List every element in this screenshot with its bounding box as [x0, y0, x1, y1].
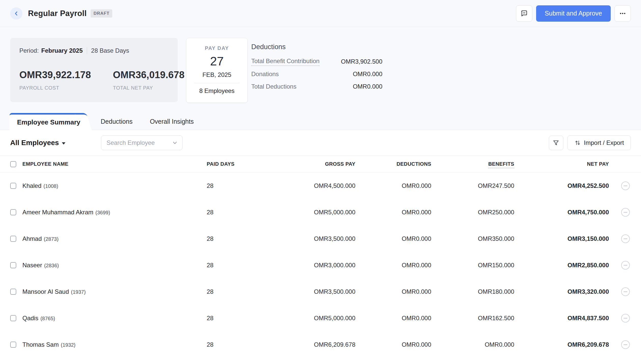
benefits-cell: OMR350.000 [431, 235, 514, 242]
paid-days-cell: 28 [207, 262, 255, 269]
benefits-cell: OMR0.000 [431, 341, 514, 348]
net-pay-cell: OMR4,750.000 [514, 209, 609, 216]
all-employees-label: All Employees [10, 139, 59, 147]
filter-button[interactable] [549, 136, 563, 150]
employee-name[interactable]: Ahmad(2873) [22, 235, 207, 242]
import-export-label: Import / Export [584, 139, 624, 146]
employee-id: (2873) [44, 236, 59, 242]
ellipsis-icon [623, 184, 628, 188]
total-net-pay-label: TOTAL NET PAY [113, 85, 184, 91]
net-pay-cell: OMR4,252.500 [514, 182, 609, 189]
base-days: 28 Base Days [91, 47, 129, 54]
deduction-row: Total Deductions OMR0.000 [251, 83, 382, 90]
employee-name[interactable]: Qadis(8765) [22, 315, 207, 322]
import-export-arrows-icon [574, 139, 581, 146]
row-checkbox[interactable] [10, 289, 16, 295]
ellipsis-icon [623, 263, 628, 268]
period-label: Period: [19, 47, 39, 54]
row-checkbox[interactable] [10, 209, 16, 215]
employee-name-text: Ahmad [22, 235, 42, 242]
tab-deductions[interactable]: Deductions [92, 113, 141, 130]
tab-overall-insights[interactable]: Overall Insights [141, 113, 202, 130]
total-benefit-contribution-value: OMR3,902.500 [341, 58, 382, 65]
period-value: February 2025 [41, 47, 83, 54]
divider [194, 83, 240, 83]
tab-employee-summary[interactable]: Employee Summary [9, 113, 83, 130]
funnel-icon [553, 139, 559, 146]
row-checkbox[interactable] [10, 342, 16, 348]
period-line: Period: February 2025 28 Base Days [19, 47, 169, 54]
ellipsis-icon [623, 342, 628, 347]
employee-name-text: Mansoor Al Saud [22, 288, 69, 295]
column-header-benefits[interactable]: BENEFITS [431, 161, 514, 167]
employee-id: (1937) [71, 289, 86, 295]
divider [87, 47, 87, 54]
search-employee-placeholder: Search Employee [106, 139, 155, 146]
payday-month-year: FEB, 2025 [202, 71, 231, 78]
row-checkbox[interactable] [10, 183, 16, 189]
table-header-row: EMPLOYEE NAME PAID DAYS GROSS PAY DEDUCT… [0, 156, 641, 173]
payroll-cost-value: OMR39,922.178 [19, 69, 91, 80]
all-employees-dropdown[interactable]: All Employees [10, 139, 65, 147]
net-pay-cell: OMR2,850.000 [514, 262, 609, 269]
row-actions-button[interactable] [621, 340, 630, 349]
row-actions-button[interactable] [621, 208, 630, 217]
table-row: Ahmad(2873) 28 OMR3,500.000 OMR0.000 OMR… [0, 226, 641, 252]
row-checkbox[interactable] [10, 262, 16, 268]
comment-button[interactable] [516, 5, 532, 22]
paid-days-cell: 28 [207, 209, 255, 216]
paid-days-cell: 28 [207, 235, 255, 242]
gross-pay-cell: OMR3,500.000 [255, 235, 355, 242]
total-net-pay-value: OMR36,019.678 [113, 69, 184, 80]
chevron-down-icon [172, 140, 178, 146]
ellipsis-icon [623, 289, 628, 294]
gross-pay-cell: OMR6,209.678 [255, 341, 355, 348]
import-export-button[interactable]: Import / Export [567, 135, 631, 150]
employee-name[interactable]: Khaled(1008) [22, 182, 207, 189]
search-employee-select[interactable]: Search Employee [101, 135, 183, 150]
ellipsis-icon [623, 236, 628, 241]
deductions-cell: OMR0.000 [355, 182, 431, 189]
payday-card: PAY DAY 27 FEB, 2025 8 Employees [186, 38, 248, 103]
row-actions-button[interactable] [621, 234, 630, 243]
row-checkbox[interactable] [10, 315, 16, 321]
row-actions-button[interactable] [621, 287, 630, 296]
table-toolbar: All Employees Search Employee Import / E… [0, 130, 641, 156]
deductions-title: Deductions [251, 43, 382, 51]
submit-and-approve-button[interactable]: Submit and Approve [536, 5, 611, 22]
deductions-cell: OMR0.000 [355, 315, 431, 322]
caret-down-icon [62, 142, 65, 145]
table-row: Khaled(1008) 28 OMR4,500.000 OMR0.000 OM… [0, 173, 641, 199]
total-benefit-contribution-label[interactable]: Total Benefit Contribution [251, 58, 319, 66]
employee-name-text: Naseer [22, 262, 42, 269]
more-options-button[interactable] [615, 5, 631, 22]
benefits-cell: OMR162.500 [431, 315, 514, 322]
row-actions-button[interactable] [621, 181, 630, 190]
row-actions-button[interactable] [621, 261, 630, 270]
back-button[interactable] [10, 7, 22, 20]
employee-name[interactable]: Thomas Sam(1932) [22, 341, 207, 348]
employee-id: (2836) [44, 263, 59, 268]
benefits-cell: OMR247.500 [431, 182, 514, 189]
gross-pay-cell: OMR5,000.000 [255, 209, 355, 216]
table-row: Mansoor Al Saud(1937) 28 OMR3,500.000 OM… [0, 278, 641, 305]
employee-name-text: Qadis [22, 315, 38, 321]
employee-name-text: Thomas Sam [22, 341, 59, 348]
gross-pay-cell: OMR3,000.000 [255, 262, 355, 269]
deductions-cell: OMR0.000 [355, 209, 431, 216]
period-card: Period: February 2025 28 Base Days OMR39… [10, 38, 178, 102]
row-checkbox[interactable] [10, 236, 16, 242]
summary-section: Period: February 2025 28 Base Days OMR39… [0, 27, 641, 103]
gross-pay-cell: OMR4,500.000 [255, 182, 355, 189]
payday-employee-count: 8 Employees [199, 87, 235, 94]
gross-pay-cell: OMR3,500.000 [255, 288, 355, 295]
employee-name[interactable]: Mansoor Al Saud(1937) [22, 288, 207, 295]
table-row: Ameer Muhammad Akram(3699) 28 OMR5,000.0… [0, 199, 641, 226]
net-pay-cell: OMR4,837.500 [514, 315, 609, 322]
employee-name[interactable]: Naseer(2836) [22, 262, 207, 269]
paid-days-cell: 28 [207, 182, 255, 189]
page-title: Regular Payroll [28, 9, 87, 18]
row-actions-button[interactable] [621, 314, 630, 323]
select-all-checkbox[interactable] [10, 161, 16, 167]
employee-name[interactable]: Ameer Muhammad Akram(3699) [22, 209, 207, 216]
